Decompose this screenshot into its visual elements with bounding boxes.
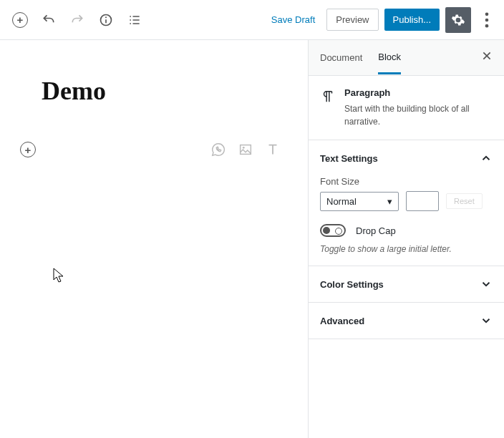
inline-inserters bbox=[210, 142, 281, 157]
tab-document[interactable]: Document bbox=[320, 42, 362, 73]
chevron-down-icon bbox=[480, 314, 493, 327]
drop-cap-toggle[interactable] bbox=[320, 224, 346, 237]
mouse-cursor-icon bbox=[53, 268, 64, 286]
heading-icon[interactable] bbox=[265, 142, 281, 157]
gear-icon bbox=[451, 13, 465, 27]
svg-point-7 bbox=[243, 147, 245, 149]
undo-icon bbox=[42, 13, 56, 27]
redo-button[interactable] bbox=[64, 7, 90, 33]
svg-point-5 bbox=[485, 24, 489, 27]
color-settings-toggle[interactable]: Color Settings bbox=[309, 266, 504, 302]
font-size-label: Font Size bbox=[320, 176, 493, 187]
outline-button[interactable] bbox=[122, 7, 147, 33]
plus-circle-icon: + bbox=[12, 12, 28, 28]
svg-point-2 bbox=[105, 16, 107, 18]
panel-color-settings: Color Settings bbox=[309, 266, 504, 303]
redo-icon bbox=[70, 13, 84, 27]
editor-canvas: Demo + bbox=[0, 40, 308, 438]
insert-block-button[interactable]: + bbox=[20, 142, 36, 157]
block-name-label: Paragraph bbox=[344, 87, 493, 98]
text-settings-toggle[interactable]: Text Settings bbox=[309, 140, 504, 176]
panel-text-settings: Text Settings Font Size Normal ▾ Reset bbox=[309, 140, 504, 266]
font-size-value: Normal bbox=[326, 196, 357, 207]
chevron-down-icon bbox=[480, 278, 493, 291]
post-title[interactable]: Demo bbox=[42, 76, 288, 106]
font-size-reset-button[interactable]: Reset bbox=[446, 193, 483, 209]
settings-button[interactable] bbox=[445, 7, 471, 33]
paragraph-input[interactable] bbox=[49, 143, 210, 156]
close-sidebar-button[interactable] bbox=[481, 50, 493, 65]
svg-point-4 bbox=[485, 18, 489, 21]
paragraph-icon bbox=[320, 89, 336, 104]
add-block-button[interactable]: + bbox=[7, 7, 33, 33]
close-icon bbox=[481, 50, 493, 62]
svg-point-3 bbox=[485, 12, 489, 16]
text-settings-title: Text Settings bbox=[320, 153, 378, 164]
panel-advanced: Advanced bbox=[309, 303, 504, 339]
drop-cap-help-text: Toggle to show a large initial letter. bbox=[320, 244, 493, 254]
font-size-select[interactable]: Normal ▾ bbox=[320, 192, 399, 211]
info-icon bbox=[99, 13, 113, 27]
more-options-button[interactable] bbox=[477, 7, 497, 33]
save-draft-button[interactable]: Save Draft bbox=[266, 9, 321, 31]
tab-block[interactable]: Block bbox=[378, 42, 401, 74]
top-toolbar: + Save Draft Preview Publish... bbox=[0, 0, 504, 40]
preview-button[interactable]: Preview bbox=[326, 9, 378, 31]
drop-cap-label: Drop Cap bbox=[356, 225, 396, 236]
whatsapp-icon[interactable] bbox=[210, 142, 226, 157]
font-size-number-input[interactable] bbox=[406, 191, 439, 211]
info-button[interactable] bbox=[93, 7, 119, 33]
settings-sidebar: Document Block Paragraph Start with the … bbox=[308, 40, 504, 438]
publish-button[interactable]: Publish... bbox=[384, 9, 440, 31]
image-icon[interactable] bbox=[238, 142, 253, 157]
chevron-up-icon bbox=[480, 152, 493, 165]
advanced-toggle[interactable]: Advanced bbox=[309, 303, 504, 339]
dropdown-arrow-icon: ▾ bbox=[387, 196, 392, 207]
advanced-title: Advanced bbox=[320, 316, 364, 326]
color-settings-title: Color Settings bbox=[320, 279, 384, 290]
block-description: Start with the building block of all nar… bbox=[344, 102, 493, 128]
list-icon bbox=[127, 13, 142, 27]
undo-button[interactable] bbox=[36, 7, 62, 33]
more-vertical-icon bbox=[477, 10, 497, 30]
